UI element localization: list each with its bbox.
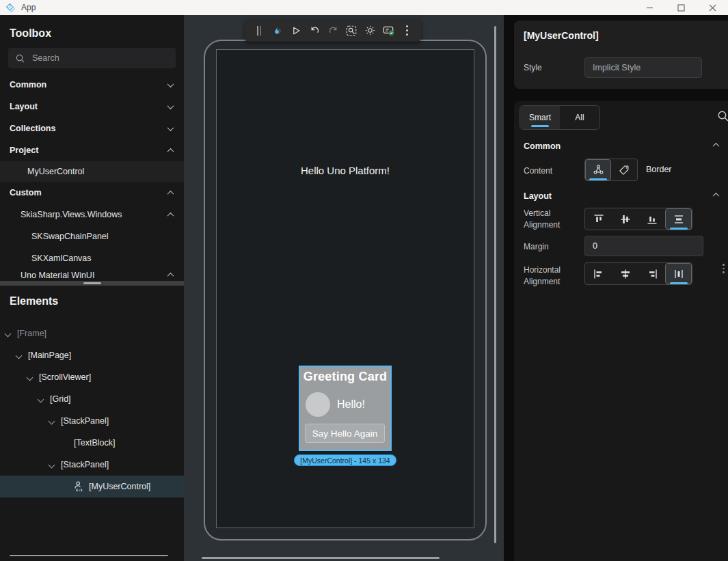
tree-item-mainpage[interactable]: [MainPage] [0,344,184,366]
halign-center-toggle[interactable] [612,263,638,284]
inspector-title: [MyUserControl] [524,30,728,41]
greeting-card-title: Greeting Card [300,370,390,384]
chevron-down-icon[interactable] [38,396,44,402]
chevron-down-icon [167,81,174,87]
titlebar: App [0,0,728,15]
canvas-vertical-scrollbar[interactable] [494,26,496,543]
toolbox-section-project[interactable]: Project [0,139,184,161]
section-common: Common [524,141,561,151]
redo-icon[interactable] [325,23,340,38]
usercontrol-icon [72,480,85,493]
play-icon[interactable] [288,23,304,38]
close-button[interactable] [697,0,728,15]
tree-item-myusercontrol[interactable]: [MyUserControl] [0,476,184,497]
content-shape-toggle[interactable] [585,159,611,180]
margin-field[interactable] [584,236,703,256]
app-window: App Toolbox Common Layout [0,0,728,561]
shape-icon [592,163,605,176]
tree-item-textblock[interactable]: [TextBlock] [0,432,184,454]
chevron-down-icon[interactable] [49,461,55,468]
element-picker-icon[interactable] [344,23,359,38]
vertical-alignment-label: Vertical Alignment [524,208,560,231]
chevron-down-icon [167,102,174,109]
style-field[interactable] [584,57,702,78]
chevron-down-icon[interactable] [49,418,55,424]
tree-item-frame[interactable]: [Frame] [0,323,184,344]
chevron-down-icon [167,124,174,131]
toolbox-scrollbar[interactable] [0,281,184,286]
app-title: App [21,3,36,12]
tree-item-grid[interactable]: [Grid] [0,388,184,410]
inspector-header-card: [MyUserControl] Style [514,20,728,89]
align-hcenter-icon [619,267,632,281]
design-canvas[interactable]: Hello Uno Platform! Greeting Card Hello!… [184,15,504,561]
tab-smart[interactable]: Smart [520,106,560,129]
device-frame: Hello Uno Platform! Greeting Card Hello!… [204,40,487,541]
content-tag-toggle[interactable] [611,159,637,180]
align-vstretch-icon [672,213,686,226]
toolbox-title: Toolbox [0,15,184,46]
halign-right-toggle[interactable] [638,263,665,284]
section-layout: Layout [524,191,552,201]
minimize-button[interactable] [634,0,665,15]
align-right-icon [645,267,659,281]
chevron-down-icon[interactable] [27,374,33,381]
myusercontrol-selection[interactable]: Greeting Card Hello! Say Hello Again [299,366,392,451]
toolbox-group-skiasharp[interactable]: SkiaSharp.Views.Windows [0,204,184,225]
inspector-properties-card: Smart All Common Content [514,101,728,561]
align-hstretch-icon [672,267,686,281]
valign-stretch-toggle[interactable] [665,208,692,230]
canvas-horizontal-scrollbar[interactable] [202,557,440,559]
page-textblock[interactable]: Hello Uno Platform! [217,165,474,176]
toolbox-section-collections[interactable]: Collections [0,118,184,139]
say-hello-again-button[interactable]: Say Hello Again [305,424,385,443]
elements-title: Elements [0,286,184,314]
more-menu-icon[interactable] [399,23,414,38]
chevron-up-icon [167,148,174,154]
toolbox-group-uno-material[interactable]: Uno Material WinUI [0,269,184,281]
search-input[interactable] [32,53,155,63]
panel-check-icon[interactable] [381,23,396,38]
chevron-up-icon [167,273,174,279]
tree-item-stackpanel-1[interactable]: [StackPanel] [0,410,184,432]
align-vcenter-icon [619,213,632,226]
content-value: Border [646,165,672,174]
halign-stretch-toggle[interactable] [665,263,692,284]
valign-bottom-toggle[interactable] [638,208,665,230]
style-label: Style [524,63,542,72]
greeting-card-text: Hello! [337,398,365,411]
theme-sun-icon[interactable] [362,23,377,38]
design-toolbar [245,19,421,42]
device-screen[interactable]: Hello Uno Platform! Greeting Card Hello!… [216,49,474,528]
content-label: Content [524,165,552,177]
align-left-icon [592,267,606,281]
chevron-up-icon[interactable] [713,143,720,150]
undo-icon[interactable] [307,23,322,38]
hot-reload-flame-icon[interactable] [270,23,285,38]
toolbox-item-skxamlcanvas[interactable]: SKXamlCanvas [0,247,184,269]
toolbox-section-layout[interactable]: Layout [0,96,184,118]
chevron-down-icon[interactable] [16,352,23,359]
valign-center-toggle[interactable] [612,208,638,230]
panel-overflow-icon[interactable] [723,264,725,273]
toolbox-item-skswapchainpanel[interactable]: SKSwapChainPanel [0,225,184,247]
toolbox-section-custom[interactable]: Custom [0,182,184,204]
drag-handle-icon[interactable] [252,23,267,38]
toolbox-search[interactable] [8,48,176,68]
halign-left-toggle[interactable] [585,263,612,284]
greeting-card-avatar [306,392,330,417]
elements-scrollbar[interactable] [10,555,168,556]
chevron-down-icon[interactable] [5,330,12,337]
align-bottom-icon [645,213,659,226]
toolbox-item-myusercontrol[interactable]: MyUserControl [0,161,184,182]
tab-all[interactable]: All [560,106,599,129]
vertical-alignment-toggle [584,208,692,230]
valign-top-toggle[interactable] [585,208,612,230]
tree-item-scrollviewer[interactable]: [ScrollViewer] [0,366,184,388]
chevron-up-icon[interactable] [713,193,720,200]
tree-item-stackpanel-2[interactable]: [StackPanel] [0,454,184,476]
properties-search-icon[interactable] [716,109,728,123]
toolbox-section-common[interactable]: Common [0,74,184,96]
content-editor-toggle [584,159,638,181]
maximize-button[interactable] [665,0,697,15]
